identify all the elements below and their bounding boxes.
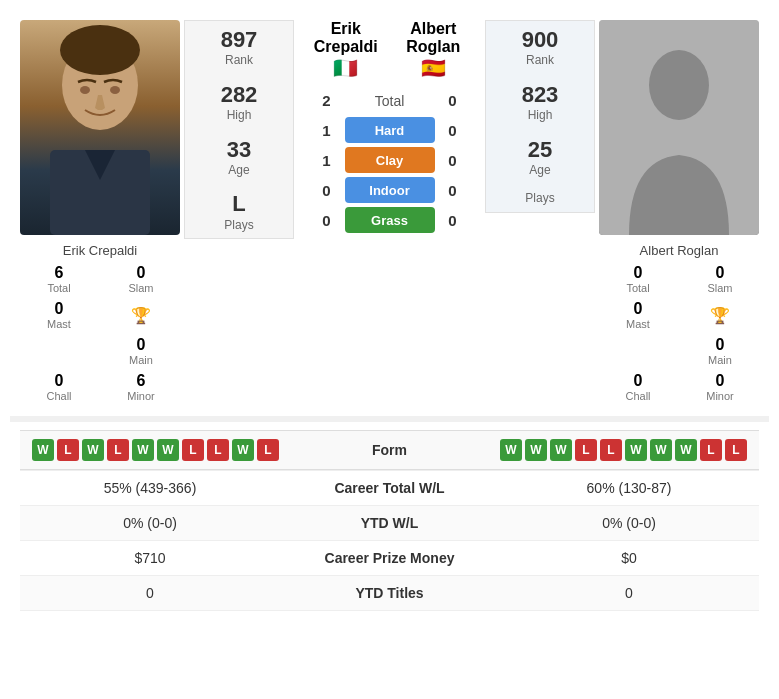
- p2-minor-value: 0: [687, 372, 753, 390]
- p1-rank-label: Rank: [221, 53, 258, 67]
- p2-main-label: Main: [687, 354, 753, 366]
- ytd-titles-p1: 0: [20, 585, 280, 601]
- player1-photo-svg: [20, 20, 180, 235]
- p2-mast-label: Mast: [605, 318, 671, 330]
- indoor-p2-score: 0: [443, 182, 463, 199]
- p2-age-value: 25: [528, 137, 552, 163]
- hard-row: 1 Hard 0: [317, 117, 463, 143]
- career-wl-label: Career Total W/L: [280, 480, 499, 496]
- p1-mast: 0 Mast: [26, 300, 92, 330]
- p1-slam-value: 0: [108, 264, 174, 282]
- p1-high-value: 282: [221, 82, 258, 108]
- grass-p1-score: 0: [317, 212, 337, 229]
- form-label: Form: [350, 442, 430, 458]
- form-badge-l: L: [207, 439, 229, 461]
- form-badge-w: W: [32, 439, 54, 461]
- p1-rank-value: 897: [221, 27, 258, 53]
- total-p1-score: 2: [317, 92, 337, 109]
- ytd-wl-label: YTD W/L: [280, 515, 499, 531]
- indoor-p1-score: 0: [317, 182, 337, 199]
- grass-p2-score: 0: [443, 212, 463, 229]
- p2-name-center: Albert Roglan 🇪🇸: [390, 20, 478, 80]
- p2-rank-value: 900: [522, 27, 559, 53]
- svg-point-5: [110, 86, 120, 94]
- p2-high-label: High: [522, 108, 559, 122]
- p1-main-label: Main: [108, 354, 174, 366]
- hard-p2-score: 0: [443, 122, 463, 139]
- form-badge-w: W: [500, 439, 522, 461]
- p1-slam: 0 Slam: [108, 264, 174, 294]
- form-badge-w: W: [232, 439, 254, 461]
- career-wl-row: 55% (439-366) Career Total W/L 60% (130-…: [20, 471, 759, 506]
- career-wl-p1: 55% (439-366): [20, 480, 280, 496]
- p2-high-stat: 823 High: [522, 82, 559, 123]
- form-badge-w: W: [550, 439, 572, 461]
- p1-high-stat: 282 High: [221, 82, 258, 123]
- form-badge-l: L: [575, 439, 597, 461]
- form-badge-l: L: [700, 439, 722, 461]
- p1-chall-value: 0: [26, 372, 92, 390]
- p1-mast-label: Mast: [26, 318, 92, 330]
- total-p2-score: 0: [443, 92, 463, 109]
- prize-p2: $0: [499, 550, 759, 566]
- p1-chall-label: Chall: [26, 390, 92, 402]
- main-container: Erik Crepaldi 6 Total 0 Slam 0 Mast 🏆 0: [0, 0, 779, 621]
- p2-mast-value: 0: [605, 300, 671, 318]
- p2-total-label: Total: [605, 282, 671, 294]
- ytd-titles-p2: 0: [499, 585, 759, 601]
- p2-minor: 0 Minor: [687, 372, 753, 402]
- ytd-wl-p2: 0% (0-0): [499, 515, 759, 531]
- p1-trophy-icon: 🏆: [108, 300, 174, 330]
- p1-plays-value: L: [224, 191, 253, 217]
- p1-main-value: 0: [108, 336, 174, 354]
- p2-mast: 0 Mast: [605, 300, 671, 330]
- player1-stats-grid: 6 Total 0 Slam 0 Mast 🏆 0 Main 0: [20, 262, 180, 404]
- form-badge-w: W: [675, 439, 697, 461]
- center-column: Erik Crepaldi 🇮🇹 Albert Roglan 🇪🇸 2 Tota…: [298, 20, 481, 233]
- prize-row: $710 Career Prize Money $0: [20, 541, 759, 576]
- p1-age-stat: 33 Age: [227, 137, 251, 178]
- player1-stats-box: 897 Rank 282 High 33 Age L Plays: [184, 20, 294, 239]
- ytd-titles-row: 0 YTD Titles 0: [20, 576, 759, 611]
- p2-age-label: Age: [528, 163, 552, 177]
- p1-plays-label: Plays: [224, 218, 253, 232]
- p2-chall-value: 0: [605, 372, 671, 390]
- grass-badge: Grass: [345, 207, 435, 233]
- p2-rank-stat: 900 Rank: [522, 27, 559, 68]
- p2-total-value: 0: [605, 264, 671, 282]
- p1-minor-label: Minor: [108, 390, 174, 402]
- form-badge-w: W: [625, 439, 647, 461]
- top-section: Erik Crepaldi 6 Total 0 Slam 0 Mast 🏆 0: [10, 10, 769, 408]
- p1-total-label: Total: [26, 282, 92, 294]
- p2-age-stat: 25 Age: [528, 137, 552, 178]
- clay-row: 1 Clay 0: [317, 147, 463, 173]
- section-divider: [10, 416, 769, 422]
- p1-high-label: High: [221, 108, 258, 122]
- stats-table: 55% (439-366) Career Total W/L 60% (130-…: [20, 470, 759, 611]
- player2-column: Albert Roglan 0 Total 0 Slam 0 Mast 🏆 0: [599, 20, 759, 404]
- player2-stats-box: 900 Rank 823 High 25 Age Plays: [485, 20, 595, 213]
- p2-high-value: 823: [522, 82, 559, 108]
- p1-age-value: 33: [227, 137, 251, 163]
- player1-name-under-photo: Erik Crepaldi: [63, 243, 137, 258]
- career-wl-p2: 60% (130-87): [499, 480, 759, 496]
- player2-photo-svg: [599, 20, 759, 235]
- player1-column: Erik Crepaldi 6 Total 0 Slam 0 Mast 🏆 0: [20, 20, 180, 404]
- form-section: WLWLWWLLWL Form WWWLLWWWLL: [20, 430, 759, 470]
- form-badge-w: W: [525, 439, 547, 461]
- player2-stats-grid: 0 Total 0 Slam 0 Mast 🏆 0 Main 0: [599, 262, 759, 404]
- form-badge-w: W: [157, 439, 179, 461]
- player1-photo: [20, 20, 180, 235]
- p1-name-center: Erik Crepaldi 🇮🇹: [302, 20, 390, 80]
- svg-point-4: [80, 86, 90, 94]
- hard-p1-score: 1: [317, 122, 337, 139]
- player2-name-under-photo: Albert Roglan: [640, 243, 719, 258]
- clay-p2-score: 0: [443, 152, 463, 169]
- p2-main-value: 0: [687, 336, 753, 354]
- p2-plays-label: Plays: [525, 191, 554, 205]
- p2-rank-label: Rank: [522, 53, 559, 67]
- form-badge-l: L: [725, 439, 747, 461]
- p1-total: 6 Total: [26, 264, 92, 294]
- p1-minor-value: 6: [108, 372, 174, 390]
- form-badge-l: L: [107, 439, 129, 461]
